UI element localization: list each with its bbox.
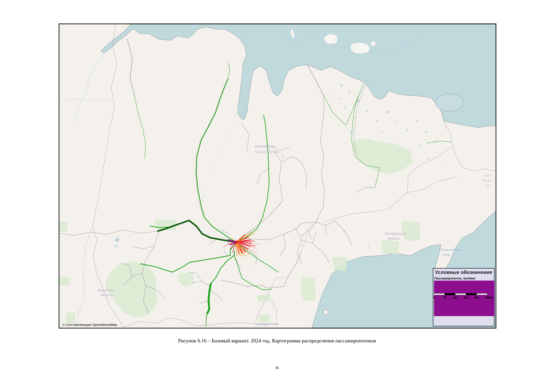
label-chukotka-line3: окр [486, 184, 491, 187]
page-number: 36 [0, 366, 554, 370]
label-sakha-line1: Республика [255, 144, 276, 148]
scalebar-tick: 0 [433, 296, 435, 299]
label-magadan-line2: область [387, 237, 400, 240]
label-penzhina-line1: Пенжинская [440, 248, 459, 252]
label-khabarovsk: Хабаровский [258, 322, 278, 326]
ring-island [323, 310, 328, 315]
figure-caption: Рисунок 6.16 – Базовый вариант. 2024 год… [0, 338, 554, 344]
label-sakha-line2: Саха (Якутия) [255, 149, 279, 154]
label-irkutsk-line1: Иркутская [97, 288, 114, 292]
scalebar-tick: 280 [474, 296, 479, 299]
document-page: Республика Саха (Якутия) Иркутская облас… [0, 0, 554, 392]
label-irkutsk-line2: область [100, 293, 113, 297]
map-attribution: © Составляющие OpenStreetMap [62, 323, 117, 327]
map-legend: Условные обозначения Пассажиропоток, чел… [433, 268, 494, 326]
scalebar-tick: 70 [443, 296, 446, 299]
label-penzhina-line2: губа [443, 253, 450, 257]
label-chukotka-line1: Чукот [484, 174, 491, 177]
legend-scalebar: 0 70 140 210 280 350 km [433, 268, 494, 326]
label-chukotka-line2: автоно [482, 179, 492, 182]
label-magadan-line1: Магаданская [385, 232, 406, 236]
map-figure: Республика Саха (Якутия) Иркутская облас… [59, 23, 496, 329]
lagoon-island [436, 94, 463, 111]
scalebar-tick: 350 [485, 296, 490, 299]
scalebar-unit: km [490, 296, 494, 299]
map-canvas: Республика Саха (Якутия) Иркутская облас… [59, 24, 496, 328]
scalebar-tick: 140 [453, 296, 458, 299]
scalebar-tick: 210 [464, 296, 468, 299]
